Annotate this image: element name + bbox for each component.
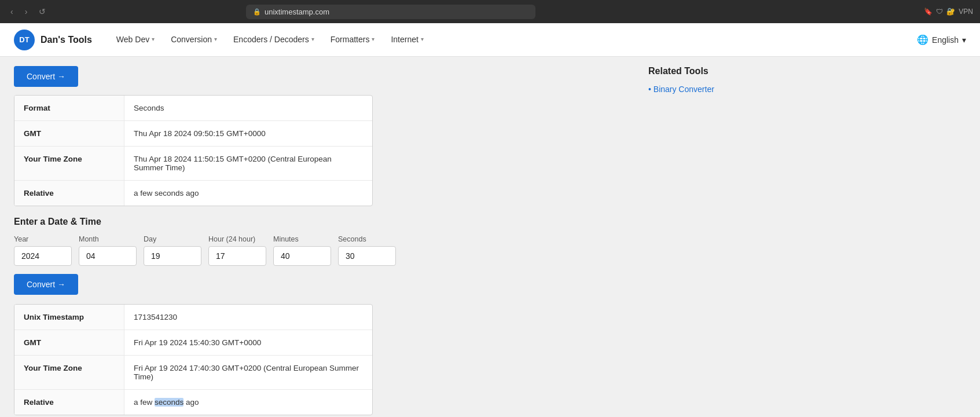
url-text: unixtimestamp.com [265,8,329,16]
convert-btn-area: Convert → [14,274,623,295]
chevron-down-icon: ▾ [214,36,217,42]
chevron-down-icon: ▾ [421,36,424,42]
day-label: Day [144,235,201,243]
page-content: Convert → Format Seconds GMT Thu Apr 18 … [0,57,980,417]
reload-button[interactable]: ↺ [35,5,49,19]
result-value-gmt: Thu Apr 18 2024 09:50:15 GMT+0000 [124,121,372,146]
result-label-format: Format [14,96,124,120]
logo-circle: DT [14,30,35,50]
chevron-down-icon: ▾ [152,36,155,42]
table-row: GMT Thu Apr 18 2024 09:50:15 GMT+0000 [14,121,372,147]
table-row: Relative a few seconds ago [14,390,372,415]
seconds-label: Seconds [338,235,396,243]
minutes-label: Minutes [273,235,331,243]
result-value-gmt2: Fri Apr 19 2024 15:40:30 GMT+0000 [124,330,372,355]
table-row: Your Time Zone Thu Apr 18 2024 11:50:15 … [14,147,372,181]
table-row: Relative a few seconds ago [14,181,372,206]
nav-label-webdev: Web Dev [116,35,149,44]
chevron-down-icon: ▾ [372,36,375,42]
hour-input[interactable] [208,246,266,266]
lock-icon: 🔒 [253,8,261,16]
chevron-down-icon: ▾ [311,36,314,42]
nav-label-conversion: Conversion [171,35,212,44]
ext-shield: 🛡 [936,8,943,16]
date-inputs: Year Month Day Hour (24 hour) Minutes Se… [14,235,623,266]
nav-item-internet[interactable]: Internet ▾ [383,23,431,57]
language-label: English [932,35,959,45]
second-result-table: Unix Timestamp 1713541230 GMT Fri Apr 19… [14,304,373,415]
language-selector[interactable]: 🌐 English ▾ [917,34,966,45]
table-row: Your Time Zone Fri Apr 19 2024 17:40:30 … [14,356,372,390]
chevron-down-icon: ▾ [962,35,966,45]
back-button[interactable]: ‹ [7,5,17,19]
nav-item-formatters[interactable]: Formatters ▾ [322,23,383,57]
highlighted-word: seconds [155,398,183,407]
year-field: Year [14,235,72,266]
seconds-field: Seconds [338,235,396,266]
hour-label: Hour (24 hour) [208,235,266,243]
top-convert-area: Convert → [14,66,623,87]
hour-field: Hour (24 hour) [208,235,266,266]
year-label: Year [14,235,72,243]
sidebar-title: Related Tools [648,66,770,76]
main-area: Convert → Format Seconds GMT Thu Apr 18 … [0,57,637,417]
result-value-timezone: Thu Apr 18 2024 11:50:15 GMT+0200 (Centr… [124,147,372,180]
convert-button[interactable]: Convert → [14,274,78,295]
nav-item-conversion[interactable]: Conversion ▾ [163,23,225,57]
result-label-timezone2: Your Time Zone [14,356,124,389]
result-label-timezone: Your Time Zone [14,147,124,180]
result-label-relative: Relative [14,181,124,206]
minutes-input[interactable] [273,246,331,266]
result-value-relative: a few seconds ago [124,181,372,206]
logo-name: Dan's Tools [41,35,92,45]
result-value-relative2: a few seconds ago [124,390,372,415]
month-label: Month [79,235,137,243]
nav-label-formatters: Formatters [331,35,370,44]
result-label-relative2: Relative [14,390,124,415]
day-field: Day [144,235,201,266]
browser-extensions: 🔖 🛡 🔐 VPN [924,8,973,16]
navbar: DT Dan's Tools Web Dev ▾ Conversion ▾ En… [0,23,980,57]
nav-label-encoders: Encoders / Decoders [233,35,309,44]
result-label-unix: Unix Timestamp [14,305,124,330]
minutes-field: Minutes [273,235,331,266]
logo-initials: DT [19,35,29,44]
browser-chrome: ‹ › ↺ 🔒 unixtimestamp.com 🔖 🛡 🔐 VPN [0,0,980,23]
seconds-input[interactable] [338,246,396,266]
nav-item-webdev[interactable]: Web Dev ▾ [108,23,163,57]
nav-item-encoders[interactable]: Encoders / Decoders ▾ [225,23,322,57]
table-row: Unix Timestamp 1713541230 [14,305,372,330]
month-input[interactable] [79,246,137,266]
logo-area[interactable]: DT Dan's Tools [14,30,92,50]
year-input[interactable] [14,246,72,266]
top-convert-button[interactable]: Convert → [14,66,78,87]
vpn-label: VPN [959,8,973,16]
nav-label-internet: Internet [391,35,418,44]
address-bar[interactable]: 🔒 unixtimestamp.com [246,5,535,19]
globe-icon: 🌐 [917,34,928,45]
table-row: Format Seconds [14,96,372,121]
date-section-title: Enter a Date & Time [14,217,623,227]
day-input[interactable] [144,246,201,266]
ext-bookmark: 🔖 [924,8,933,16]
forward-button[interactable]: › [21,5,31,19]
ext-vpn: 🔐 [946,8,955,16]
result-value-format: Seconds [124,96,372,120]
sidebar-link-binary[interactable]: Binary Converter [648,85,770,94]
first-result-table: Format Seconds GMT Thu Apr 18 2024 09:50… [14,95,373,206]
result-value-unix: 1713541230 [124,305,372,330]
result-label-gmt: GMT [14,121,124,146]
result-label-gmt2: GMT [14,330,124,355]
sidebar: Related Tools Binary Converter [637,57,781,417]
table-row: GMT Fri Apr 19 2024 15:40:30 GMT+0000 [14,330,372,356]
month-field: Month [79,235,137,266]
result-value-timezone2: Fri Apr 19 2024 17:40:30 GMT+0200 (Centr… [124,356,372,389]
